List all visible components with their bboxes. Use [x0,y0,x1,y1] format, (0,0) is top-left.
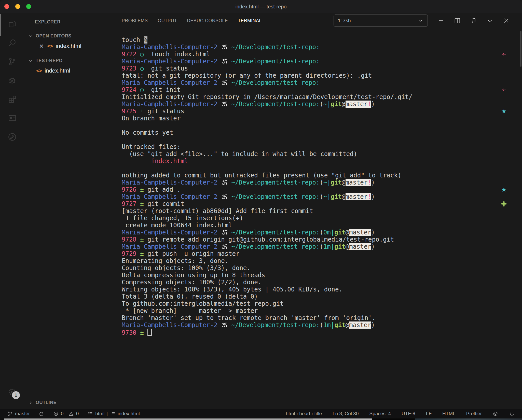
star-decoration-icon: ★ [501,187,507,193]
terminal-line: Maria-Campbells-Computer-2 ~/Development… [122,44,522,51]
terminal-scrollbar[interactable] [520,31,521,67]
html-file-icon: <> [47,43,53,49]
om-icon [221,58,228,64]
close-window-button[interactable] [4,4,9,9]
language-mode[interactable]: HTML [442,411,456,416]
terminal-line: 9723 ○ git status [122,65,522,72]
split-panel-icon [454,17,461,24]
list-selection-icon [87,411,93,417]
plus-decoration [501,201,507,207]
notifications-button[interactable] [509,411,515,417]
problems-indicator[interactable]: 0 0 [53,411,79,417]
panel-header: PROBLEMS OUTPUT DEBUG CONSOLE TERMINAL 1… [117,13,522,28]
plus-decoration-icon [501,201,507,207]
formatter-indicator[interactable]: Prettier [466,411,482,416]
extensions-icon[interactable] [7,94,17,104]
terminal-line: (use "git add <file>..." to include in w… [122,150,522,158]
settings-badge: 1 [12,391,20,399]
om-icon [221,229,228,235]
tab-output[interactable]: OUTPUT [158,18,177,23]
om-icon [221,44,228,50]
terminal-line: create mode 100644 index.html [122,222,522,229]
breadcrumb[interactable]: html › head › title [286,411,322,416]
kill-terminal-button[interactable] [468,15,479,26]
zoom-window-button[interactable] [26,4,31,9]
outline-label: OUTLINE [36,400,57,405]
title-bar[interactable]: index.html — test-repo [0,0,522,13]
terminal-line: 1 file changed, 15 insertions(+) [122,215,522,222]
om-icon [221,79,228,86]
minimize-window-button[interactable] [15,4,20,9]
outline-section-header[interactable]: OUTLINE [28,400,57,405]
git-branch-icon [7,411,13,417]
terminal-line: Maria-Campbells-Computer-2 ~/Development… [122,243,522,250]
terminal-line: 9724 ○ git init [122,86,522,93]
close-editor-icon[interactable]: × [39,44,44,49]
indentation-indicator[interactable]: Spaces: 4 [369,411,391,416]
terminal-line: 9727 ± git commit [122,200,522,207]
terminal-shell-select[interactable]: 1: zsh [334,15,428,27]
maximize-panel-button[interactable] [484,15,496,26]
plus-icon [437,17,445,24]
terminal-line: On branch master [122,115,522,122]
branch-indicator[interactable]: master [7,411,30,417]
folder-section-header[interactable]: TEST-REPO [28,58,117,63]
explorer-icon[interactable] [7,19,17,29]
cursor-position[interactable]: Ln 8, Col 30 [333,411,359,416]
trash-icon [470,17,477,24]
terminal-line: 9729 ± git push -u origin master [122,250,522,257]
terminal-line: nothing added to commit but untracked fi… [122,172,522,179]
chevron-down-icon [418,18,423,23]
smiley-icon [492,411,498,417]
folder-label: TEST-REPO [36,58,63,63]
chevron-down-icon [28,58,33,63]
terminal-line: 9728 ± git remote add origin git@github.… [122,236,522,243]
om-icon [221,179,228,186]
encoding-indicator[interactable]: UTF-8 [402,411,415,416]
settings-gear-icon[interactable]: 1 [7,387,17,397]
terminal-line: Branch 'master' set up to track remote b… [122,314,522,321]
open-editors-section-header[interactable]: OPEN EDITORS [28,33,117,39]
feedback-button[interactable] [492,411,498,417]
sidebar-title: EXPLORER [35,19,117,25]
return-decoration [501,87,507,93]
search-icon[interactable] [7,38,17,48]
source-control-icon[interactable] [7,57,17,67]
terminal-line: Enumerating objects: 3, done. [122,257,522,264]
tab-problems[interactable]: PROBLEMS [122,18,148,23]
terminal-line: index.html [122,158,522,165]
close-panel-button[interactable] [501,15,512,26]
bottom-panel: PROBLEMS OUTPUT DEBUG CONSOLE TERMINAL 1… [117,13,522,409]
terminal-line: No commits yet [122,129,522,136]
terminal-line: Maria-Campbells-Computer-2 ~/Development… [122,101,522,108]
terminal-line: Maria-Campbells-Computer-2 ~/Development… [122,193,522,200]
remote-branch-icon[interactable] [7,132,17,142]
editor-selection-indicator[interactable]: html | index.html [87,411,140,417]
tab-debug-console[interactable]: DEBUG CONSOLE [187,18,228,23]
list-selection-icon [110,411,116,417]
terminal-cursor [147,329,152,336]
open-editor-item[interactable]: × <> index.html [39,43,117,49]
preview-icon[interactable] [7,113,17,123]
selection-file: index.html [118,411,140,416]
terminal-line: Maria-Campbells-Computer-2 ~/Development… [122,179,522,186]
om-icon [221,321,228,328]
om-icon [221,193,228,200]
desktop-sliver [0,418,522,420]
terminal-line: Delta compression using up to 8 threads [122,272,522,279]
tree-filename: index.html [45,67,70,74]
tab-terminal[interactable]: TERMINAL [238,18,262,23]
eol-indicator[interactable]: LF [426,411,432,416]
terminal-line: To github.com:interglobalmedia/test-repo… [122,300,522,307]
terminal-line: Maria-Campbells-Computer-2 ~/Development… [122,229,522,236]
split-terminal-button[interactable] [452,15,463,26]
star-decoration: ★ [501,187,507,193]
tree-file-item[interactable]: <> index.html [36,67,117,74]
new-terminal-button[interactable] [435,15,447,26]
sync-button[interactable] [38,411,44,417]
shell-select-value: 1: zsh [338,18,351,23]
activity-bar: 1 [0,13,24,409]
run-debug-icon[interactable] [7,75,17,86]
active-view-indicator [0,14,1,36]
terminal-area[interactable]: touch %Maria-Campbells-Computer-2 ~/Deve… [117,28,522,409]
